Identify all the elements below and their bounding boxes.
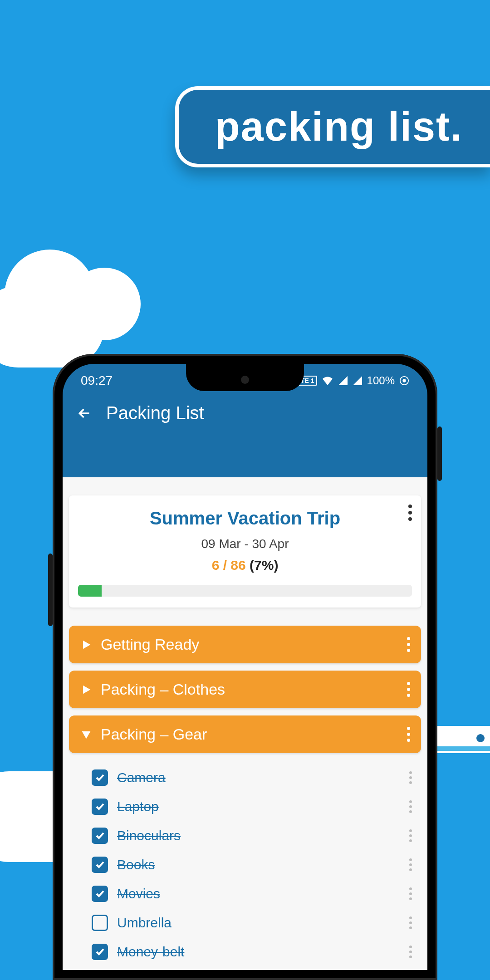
- item-checkbox[interactable]: [92, 944, 108, 960]
- triangle-down-icon: [80, 728, 93, 741]
- item-more-button[interactable]: [409, 771, 416, 784]
- section-label: Getting Ready: [101, 636, 407, 653]
- section-label: Packing – Clothes: [101, 681, 407, 698]
- item-checkbox[interactable]: [92, 857, 108, 873]
- sections-list: Getting Ready Packing – Clothes Packing …: [63, 612, 427, 970]
- list-item: Umbrella: [69, 908, 421, 937]
- app-bar-title: Packing List: [106, 403, 204, 423]
- item-checkbox[interactable]: [92, 769, 108, 786]
- section-getting-ready[interactable]: Getting Ready: [69, 626, 421, 663]
- battery-saver-icon: [399, 376, 409, 386]
- section-packing-gear[interactable]: Packing – Gear: [69, 715, 421, 753]
- item-more-button[interactable]: [409, 829, 416, 842]
- phone-screen: 09:27 VoLTE 1 100% Packing List Summer V…: [63, 364, 427, 970]
- section-more-button[interactable]: [407, 682, 410, 697]
- phone-power-button: [437, 426, 442, 481]
- phone-frame: 09:27 VoLTE 1 100% Packing List Summer V…: [53, 354, 437, 980]
- item-label[interactable]: Money-belt: [117, 944, 400, 960]
- content-area: Summer Vacation Trip 09 Mar - 30 Apr 6 /…: [63, 477, 427, 970]
- section-more-button[interactable]: [407, 637, 410, 652]
- list-item: Mobile Phone: [69, 966, 421, 970]
- signal-icon: [353, 376, 363, 385]
- item-label[interactable]: Binoculars: [117, 828, 400, 843]
- list-item: Money-belt: [69, 937, 421, 966]
- section-label: Packing – Gear: [101, 725, 407, 743]
- item-label[interactable]: Books: [117, 857, 400, 872]
- wifi-icon: [322, 376, 333, 385]
- battery-text: 100%: [367, 374, 395, 387]
- list-item: Binoculars: [69, 821, 421, 850]
- app-bar: Packing List: [63, 391, 427, 469]
- item-label[interactable]: Umbrella: [117, 915, 400, 931]
- item-more-button[interactable]: [409, 858, 416, 871]
- item-checkbox[interactable]: [92, 915, 108, 931]
- list-item: Books: [69, 850, 421, 879]
- item-more-button[interactable]: [409, 946, 416, 958]
- status-right: VoLTE 1 100%: [287, 374, 409, 387]
- trip-more-button[interactable]: [408, 505, 412, 521]
- trip-dates: 09 Mar - 30 Apr: [78, 537, 412, 551]
- list-item: Movies: [69, 879, 421, 908]
- item-more-button[interactable]: [409, 887, 416, 900]
- section-packing-clothes[interactable]: Packing – Clothes: [69, 671, 421, 708]
- item-checkbox[interactable]: [92, 886, 108, 902]
- gear-items: CameraLaptopBinocularsBooksMoviesUmbrell…: [69, 760, 421, 970]
- back-arrow-icon[interactable]: [76, 405, 93, 421]
- marketing-label-text: packing list.: [215, 104, 463, 149]
- marketing-label: packing list.: [175, 86, 490, 167]
- trip-title: Summer Vacation Trip: [78, 508, 412, 529]
- item-label[interactable]: Camera: [117, 770, 400, 785]
- trip-header-card: Summer Vacation Trip 09 Mar - 30 Apr 6 /…: [69, 495, 421, 608]
- progress-text: 6 / 86 (7%): [78, 558, 412, 573]
- list-item: Camera: [69, 763, 421, 792]
- signal-icon: [338, 376, 348, 385]
- item-label[interactable]: Movies: [117, 886, 400, 902]
- section-more-button[interactable]: [407, 727, 410, 742]
- progress-fraction: 6 / 86: [212, 558, 246, 573]
- item-checkbox[interactable]: [92, 799, 108, 815]
- phone-notch: [186, 364, 304, 391]
- item-checkbox[interactable]: [92, 828, 108, 844]
- svg-point-1: [402, 379, 406, 382]
- item-more-button[interactable]: [409, 916, 416, 929]
- triangle-right-icon: [80, 683, 93, 696]
- triangle-right-icon: [80, 638, 93, 651]
- phone-volume-button: [48, 554, 53, 626]
- progress-percent: (7%): [250, 558, 278, 573]
- status-time: 09:27: [81, 373, 113, 388]
- item-more-button[interactable]: [409, 800, 416, 813]
- progress-bar: [78, 585, 412, 597]
- progress-fill: [78, 585, 102, 597]
- item-label[interactable]: Laptop: [117, 799, 400, 814]
- list-item: Laptop: [69, 792, 421, 821]
